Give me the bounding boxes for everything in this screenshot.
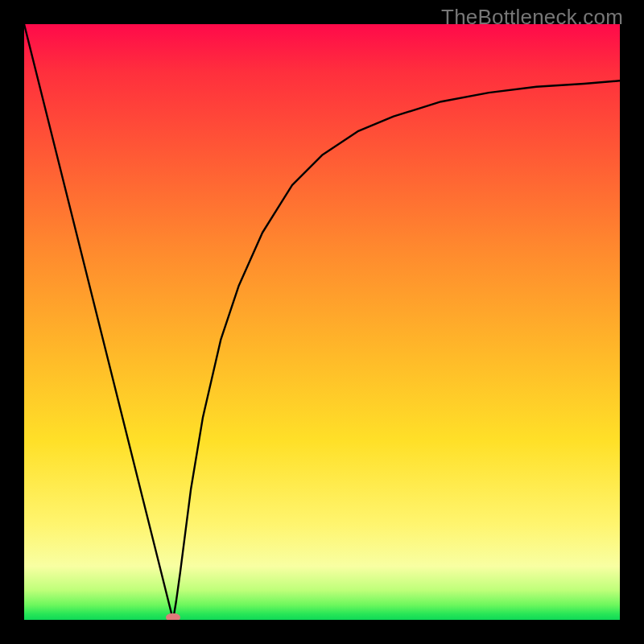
min-marker	[166, 613, 180, 620]
plot-area	[24, 24, 620, 620]
bottleneck-curve-path	[24, 24, 620, 620]
curve-svg	[24, 24, 620, 620]
chart-frame: TheBottleneck.com	[0, 0, 644, 644]
